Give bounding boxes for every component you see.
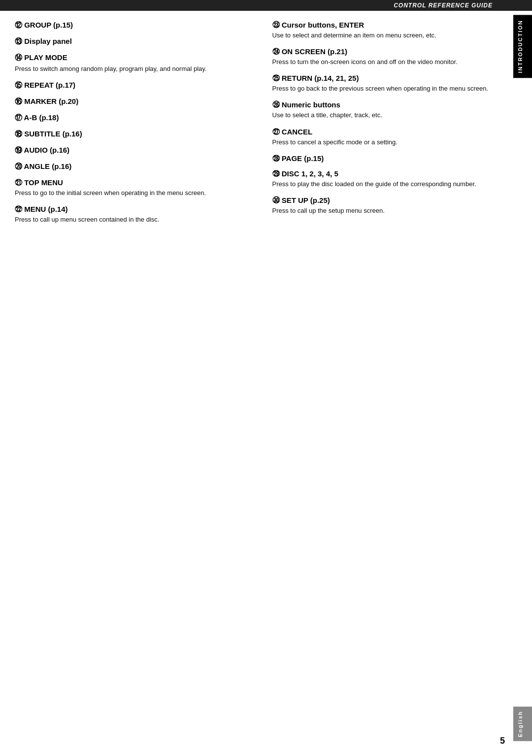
item-21-title: ㉑ TOP MENU [15,178,248,187]
item-29-title: ㉙ DISC 1, 2, 3, 4, 5 [272,169,505,178]
item-25-body: Press to go back to the previous screen … [272,84,505,94]
item-15-title: ⑮ REPEAT (p.17) [15,81,248,90]
item-16-circled: ⑯ [15,97,22,105]
header-title: CONTROL REFERENCE GUIDE [394,2,493,9]
item-23: ㉓ Cursor buttons, ENTERUse to select and… [272,21,505,40]
item-14-circled: ⑭ [15,53,22,62]
item-25-title: ㉕ RETURN (p.14, 21, 25) [272,74,505,82]
side-tab-english: English [513,707,532,741]
item-28-circled: ㉘ [272,154,280,163]
item-22: ㉒ MENU (p.14)Press to call up menu scree… [15,205,248,225]
item-19-circled: ⑲ [15,146,22,154]
item-18-circled: ⑱ [15,130,22,138]
item-26-title: ㉖ Numeric buttons [272,100,505,109]
item-29-body: Press to play the disc loaded on the gui… [272,179,505,189]
item-20-title: ⑳ ANGLE (p.16) [15,162,248,171]
main-content: ⑫ GROUP (p.15)⑬ Display panel⑭ PLAY MODE… [0,11,532,241]
item-12-circled: ⑫ [15,21,22,29]
item-22-circled: ㉒ [15,205,22,213]
item-22-body: Press to call up menu screen contained i… [15,215,248,225]
item-15-circled: ⑮ [15,81,22,89]
item-17-title: ⑰ A-B (p.18) [15,113,248,123]
item-24-circled: ㉔ [272,47,280,56]
side-tab-introduction: INTRODUCTION [513,15,532,78]
item-30-circled: ㉚ [272,196,280,204]
item-23-title: ㉓ Cursor buttons, ENTER [272,21,505,29]
right-column: ㉓ Cursor buttons, ENTERUse to select and… [267,21,505,231]
item-30-title: ㉚ SET UP (p.25) [272,196,505,204]
item-13-circled: ⑬ [15,37,22,45]
item-16-title: ⑯ MARKER (p.20) [15,97,248,106]
item-14-body: Press to switch among random play, progr… [15,64,248,74]
item-22-title: ㉒ MENU (p.14) [15,205,248,213]
item-18-title: ⑱ SUBTITLE (p.16) [15,130,248,139]
item-18: ⑱ SUBTITLE (p.16) [15,130,248,139]
left-column: ⑫ GROUP (p.15)⑬ Display panel⑭ PLAY MODE… [15,21,253,231]
item-27-title: ㉗ CANCEL [272,128,505,136]
item-20-circled: ⑳ [15,162,22,170]
item-26: ㉖ Numeric buttonsUse to select a title, … [272,100,505,120]
item-12: ⑫ GROUP (p.15) [15,21,248,30]
item-26-circled: ㉖ [272,100,280,109]
page-number: 5 [500,736,505,746]
item-30-body: Press to call up the setup menu screen. [272,206,505,216]
item-15: ⑮ REPEAT (p.17) [15,81,248,90]
item-16: ⑯ MARKER (p.20) [15,97,248,106]
item-14: ⑭ PLAY MODEPress to switch among random … [15,53,248,74]
item-13-title: ⑬ Display panel [15,37,248,46]
item-19: ⑲ AUDIO (p.16) [15,146,248,155]
item-13: ⑬ Display panel [15,37,248,46]
header-bar: CONTROL REFERENCE GUIDE [0,0,532,11]
item-21-circled: ㉑ [15,178,22,187]
item-28: ㉘ PAGE (p.15) [272,154,505,163]
item-12-title: ⑫ GROUP (p.15) [15,21,248,30]
item-24: ㉔ ON SCREEN (p.21)Press to turn the on-s… [272,47,505,67]
item-28-title: ㉘ PAGE (p.15) [272,154,505,163]
item-17-circled: ⑰ [15,113,22,122]
item-23-circled: ㉓ [272,21,280,29]
item-25: ㉕ RETURN (p.14, 21, 25)Press to go back … [272,74,505,94]
item-14-title: ⑭ PLAY MODE [15,53,248,63]
item-27-circled: ㉗ [272,128,280,136]
item-20: ⑳ ANGLE (p.16) [15,162,248,171]
item-27-body: Press to cancel a specific mode or a set… [272,137,505,147]
item-21: ㉑ TOP MENUPress to go to the initial scr… [15,178,248,198]
item-24-body: Press to turn the on-screen icons on and… [272,57,505,67]
item-29: ㉙ DISC 1, 2, 3, 4, 5Press to play the di… [272,169,505,189]
item-19-title: ⑲ AUDIO (p.16) [15,146,248,155]
item-17: ⑰ A-B (p.18) [15,113,248,123]
item-29-circled: ㉙ [272,169,280,178]
item-21-body: Press to go to the initial screen when o… [15,188,248,198]
item-26-body: Use to select a title, chapter, track, e… [272,110,505,120]
item-27: ㉗ CANCELPress to cancel a specific mode … [272,128,505,147]
item-24-title: ㉔ ON SCREEN (p.21) [272,47,505,56]
item-23-body: Use to select and determine an item on m… [272,31,505,40]
item-25-circled: ㉕ [272,74,280,82]
item-30: ㉚ SET UP (p.25)Press to call up the setu… [272,196,505,216]
